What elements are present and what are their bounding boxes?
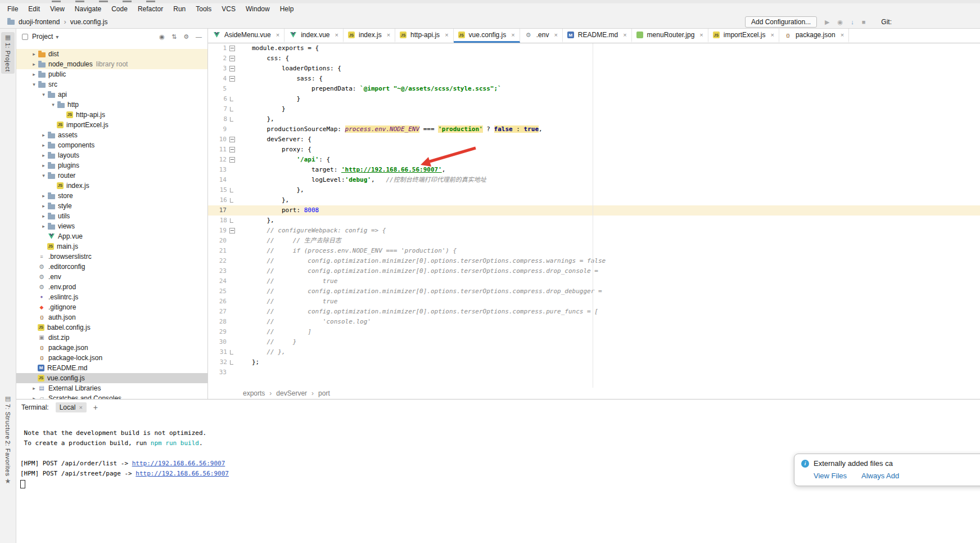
menu-refactor[interactable]: Refactor [133, 3, 168, 15]
terminal-tab-local[interactable]: Local × [56, 402, 87, 412]
tab-index-vue[interactable]: index.vue× [284, 29, 344, 43]
menu-vcs[interactable]: VCS [216, 3, 241, 15]
code-line[interactable]: 9 productionSourceMap: process.env.NODE_… [208, 124, 980, 134]
tree-item-vue-config-js[interactable]: JSvue.config.js [16, 373, 207, 383]
tree-item-utils[interactable]: ▸utils [16, 211, 207, 221]
tab-package-json[interactable]: { }package.json× [779, 29, 849, 43]
code-line[interactable]: 18 }, [208, 216, 980, 226]
menu-view[interactable]: View [45, 3, 70, 15]
settings-icon[interactable]: ⚙ [183, 33, 189, 41]
tree-item-browserslistrc[interactable]: ≡.browserslistrc [16, 252, 207, 262]
locate-icon[interactable]: ◉ [159, 33, 165, 41]
tab-http-api-js[interactable]: JShttp-api.js× [395, 29, 453, 43]
run-icon[interactable]: ▶ [825, 19, 829, 26]
code-line[interactable]: 7 } [208, 104, 980, 114]
tab-readme-md[interactable]: MREADME.md× [563, 29, 632, 43]
stop-icon[interactable]: ■ [862, 19, 866, 25]
chevron-down-icon[interactable]: ▾ [49, 100, 57, 110]
fold-marker[interactable] [230, 117, 233, 122]
tree-item-node-modules[interactable]: ▸node_moduleslibrary root [16, 59, 207, 69]
stripe-favorites-button[interactable]: 2: Favorites ★ [1, 438, 15, 487]
close-tab-icon[interactable]: × [841, 32, 844, 38]
update-project-icon[interactable]: ↓ [851, 19, 854, 25]
fold-marker[interactable] [230, 360, 233, 365]
code-line[interactable]: 32}; [208, 357, 980, 367]
code-line[interactable]: 6 } [208, 94, 980, 104]
chevron-right-icon[interactable]: ▸ [30, 69, 38, 79]
close-tab-icon[interactable]: × [445, 32, 448, 38]
fold-marker[interactable] [229, 66, 235, 71]
menu-tools[interactable]: Tools [191, 3, 216, 15]
stripe-structure-button[interactable]: ▤ 7: Structure [1, 393, 15, 442]
close-icon[interactable]: × [79, 404, 82, 411]
tree-item-editorconfig[interactable]: ⚙.editorconfig [16, 262, 207, 272]
project-panel-title[interactable]: Project [32, 33, 53, 41]
tree-item-api[interactable]: ▾api [16, 89, 207, 100]
close-tab-icon[interactable]: × [335, 32, 338, 38]
chevron-down-icon[interactable]: ▾ [40, 89, 47, 100]
close-tab-icon[interactable]: × [554, 32, 557, 38]
fold-marker[interactable] [230, 107, 233, 111]
tab-env[interactable]: ⚙.env× [520, 29, 563, 43]
breadcrumb-project[interactable]: duoji-frontend [19, 18, 60, 26]
tree-item-style[interactable]: ▸style [16, 201, 207, 211]
chevron-right-icon[interactable]: ▸ [40, 150, 47, 160]
breadcrumb-file[interactable]: vue.config.js [70, 18, 108, 26]
menu-edit[interactable]: Edit [23, 3, 45, 15]
fold-marker[interactable] [230, 218, 233, 223]
fold-marker[interactable] [230, 97, 233, 101]
tab-index-js[interactable]: JSindex.js× [344, 29, 395, 43]
hide-icon[interactable]: — [196, 33, 202, 40]
fold-marker[interactable] [229, 76, 235, 82]
chevron-down-icon[interactable]: ▾ [30, 79, 38, 89]
code-line[interactable]: 14 logLevel:'debug', //控制台终端打印代理前的真实地址 [208, 175, 980, 185]
code-line[interactable]: 24 // true [208, 276, 980, 286]
breadcrumb-port[interactable]: port [318, 389, 330, 397]
tree-item-plugins[interactable]: ▸plugins [16, 160, 207, 170]
code-line[interactable]: 17 port: 8008 [208, 205, 980, 216]
chevron-right-icon[interactable]: ▸ [40, 191, 47, 201]
code-line[interactable]: 12 '/api': { [208, 155, 980, 165]
close-tab-icon[interactable]: × [699, 32, 703, 38]
menu-window[interactable]: Window [241, 3, 275, 15]
chevron-right-icon[interactable]: ▸ [40, 201, 47, 211]
tree-item-babel-config-js[interactable]: JSbabel.config.js [16, 322, 207, 333]
code-line[interactable]: 1module.exports = { [208, 43, 980, 53]
code-line[interactable]: 28 // 'console.log' [208, 317, 980, 327]
add-configuration-button[interactable]: Add Configuration... [745, 16, 817, 28]
code-line[interactable]: 31 // }, [208, 347, 980, 357]
chevron-right-icon[interactable]: ▸ [40, 130, 47, 140]
code-line[interactable]: 25 // config.optimization.minimizer[0].o… [208, 286, 980, 297]
code-line[interactable]: 4 sass: { [208, 74, 980, 84]
code-line[interactable]: 15 }, [208, 185, 980, 195]
breadcrumb-devserver[interactable]: devServer [276, 389, 307, 397]
new-terminal-button[interactable]: + [93, 403, 98, 412]
menu-run[interactable]: Run [168, 3, 191, 15]
code-line[interactable]: 30 // } [208, 337, 980, 347]
fold-marker[interactable] [230, 350, 233, 354]
tree-item-index-js[interactable]: JSindex.js [16, 181, 207, 191]
tree-item-http-api-js[interactable]: JShttp-api.js [16, 110, 207, 120]
terminal-link[interactable]: http://192.168.66.56:9007 [136, 470, 229, 477]
menu-navigate[interactable]: Navigate [70, 3, 106, 15]
fold-marker[interactable] [229, 157, 235, 163]
code-line[interactable]: 29 // ] [208, 327, 980, 337]
menu-help[interactable]: Help [275, 3, 299, 15]
tab-importexcel-js[interactable]: JSimportExcel.js× [708, 29, 779, 43]
code-line[interactable]: 33 [208, 367, 980, 378]
tree-item-dist-zip[interactable]: ▣dist.zip [16, 333, 207, 343]
close-tab-icon[interactable]: × [276, 32, 279, 38]
fold-marker[interactable] [229, 137, 235, 142]
tab-vue-config-js[interactable]: JSvue.config.js× [454, 29, 520, 43]
code-line[interactable]: 3 loaderOptions: { [208, 64, 980, 74]
tree-item-views[interactable]: ▸views [16, 221, 207, 231]
tree-item-assets[interactable]: ▸assets [16, 130, 207, 140]
tree-item-scratches-and-consoles[interactable]: ▸▱Scratches and Consoles [16, 393, 207, 399]
fold-marker[interactable] [229, 228, 235, 234]
tree-item-readme-md[interactable]: MREADME.md [16, 363, 207, 373]
code-line[interactable]: 5 prependData: `@import "~@/assets/scss/… [208, 84, 980, 94]
code-line[interactable]: 13 target: 'http://192.168.66.56:9007', [208, 165, 980, 175]
tree-item-package-json[interactable]: { }package.json [16, 343, 207, 353]
tree-item-app-vue[interactable]: App.vue [16, 231, 207, 241]
code-line[interactable]: 10 devServer: { [208, 134, 980, 145]
